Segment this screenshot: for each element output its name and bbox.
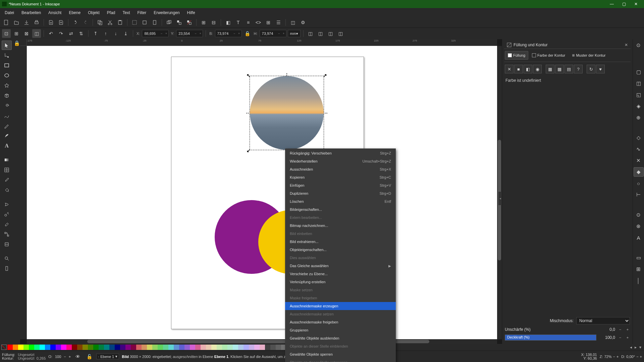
ctx-gew-hlte-objekte-sperren[interactable]: Gewählte Objekte sperren xyxy=(285,350,396,358)
lpe-tool[interactable] xyxy=(2,240,12,249)
spiral-tool[interactable] xyxy=(2,101,12,110)
menu-hilfe[interactable]: Hilfe xyxy=(184,9,199,16)
import-icon[interactable] xyxy=(47,18,55,27)
pencil-tool[interactable] xyxy=(2,121,12,130)
layers-icon[interactable]: ≡ xyxy=(244,18,253,27)
selectors-icon[interactable]: ☰ xyxy=(274,18,283,27)
undo-icon[interactable] xyxy=(71,18,80,27)
paintbucket-tool[interactable] xyxy=(2,185,12,195)
scale-stroke-icon[interactable]: ◫ xyxy=(306,29,315,38)
xml-icon[interactable]: <> xyxy=(254,18,263,27)
copy-icon[interactable] xyxy=(96,18,104,27)
snap-toggle-icon[interactable]: ⊙ xyxy=(634,41,644,50)
snap-intersect-icon[interactable]: ✕ xyxy=(634,156,644,165)
canvas-viewport[interactable]: ↖ ↕ ↗ ↔ ↔ ↙ ↕ ↘ xyxy=(27,46,497,339)
select-all-icon[interactable]: ⊞ xyxy=(12,29,21,38)
calligraphy-tool[interactable] xyxy=(2,131,12,140)
fill-heart-button[interactable]: ♥ xyxy=(596,65,605,73)
palette-swatch[interactable] xyxy=(34,345,40,350)
visibility-icon[interactable]: 👁 xyxy=(73,352,82,361)
ctx-ausschneidemaske-freigeben[interactable]: Ausschneidemaske freigeben xyxy=(285,318,396,326)
ungroup-icon[interactable]: ⊟ xyxy=(209,18,218,27)
new-icon[interactable] xyxy=(2,18,11,27)
palette-swatch[interactable] xyxy=(206,345,211,350)
ctx-gruppieren[interactable]: Gruppieren xyxy=(285,326,396,334)
deselect-icon[interactable]: ⊠ xyxy=(22,29,31,38)
docprops-icon[interactable]: ◫ xyxy=(288,18,297,27)
palette-swatch[interactable] xyxy=(66,345,72,350)
palette-swatch[interactable] xyxy=(142,345,147,350)
snap-line-mid-icon[interactable]: ⊢ xyxy=(634,190,644,199)
canvas-area[interactable]: -175-125-75-2502575125175225275325 ↖ ↕ ↗… xyxy=(20,39,502,344)
blend-mode-select[interactable]: Normal xyxy=(576,317,630,324)
ctx-verschiebe-zu-ebene-[interactable]: Verschiebe zu Ebene... xyxy=(285,270,396,278)
palette-menu-icon[interactable]: ▾ xyxy=(638,345,643,350)
fill-none-button[interactable]: ✕ xyxy=(505,65,514,73)
zoom-selection-icon[interactable] xyxy=(130,18,139,27)
h-field[interactable]: 73,974−+ xyxy=(260,30,286,37)
palette-swatch[interactable] xyxy=(190,345,195,350)
cut-icon[interactable] xyxy=(106,18,114,27)
palette-swatch[interactable] xyxy=(77,345,83,350)
eraser-tool[interactable] xyxy=(2,220,12,229)
palette-swatch[interactable] xyxy=(260,345,265,350)
ctx-duplizieren[interactable]: DuplizierenStrg+D xyxy=(285,189,396,197)
ruler-vertical[interactable] xyxy=(20,46,27,339)
zoom-tool[interactable] xyxy=(2,254,12,263)
palette-swatch[interactable] xyxy=(249,345,254,350)
ctx-einf-gen[interactable]: EinfügenStrg+V xyxy=(285,181,396,189)
ctx-objekteigenschaften-[interactable]: Objekteigenschaften... xyxy=(285,246,396,254)
palette-none-swatch[interactable] xyxy=(1,345,7,350)
fill-radial-button[interactable]: ◉ xyxy=(533,65,542,73)
palette-swatch[interactable] xyxy=(125,345,131,350)
rotate-ccw-icon[interactable]: ↶ xyxy=(47,29,55,38)
snap-guide-icon[interactable]: │ xyxy=(634,276,644,285)
blur-value[interactable]: 0,0 xyxy=(599,327,615,332)
mesh-tool[interactable] xyxy=(2,165,12,175)
palette-swatch[interactable] xyxy=(168,345,174,350)
opacity-status-dec[interactable]: − xyxy=(64,355,66,359)
move-gradients-icon[interactable]: ◫ xyxy=(326,29,335,38)
flip-v-icon[interactable]: ⇅ xyxy=(77,29,86,38)
palette-swatch[interactable] xyxy=(265,345,270,350)
export-icon[interactable] xyxy=(57,18,65,27)
y-field[interactable]: 23,554−+ xyxy=(176,30,203,37)
connector-tool[interactable] xyxy=(2,230,12,239)
snap-bbox-icon[interactable]: ▢ xyxy=(634,67,644,77)
palette-swatch[interactable] xyxy=(23,345,29,350)
palette-swatch[interactable] xyxy=(217,345,222,350)
horizontal-scrollbar[interactable] xyxy=(27,339,497,344)
palette-swatch[interactable] xyxy=(211,345,217,350)
menu-pfad[interactable]: Pfad xyxy=(104,9,119,16)
fill-linear-button[interactable]: ◧ xyxy=(524,65,532,73)
fill-unset-button[interactable]: ↻ xyxy=(587,65,595,73)
palette-swatch[interactable] xyxy=(174,345,179,350)
text-icon[interactable]: T xyxy=(234,18,243,27)
opacity-value[interactable]: 100,0 xyxy=(599,335,615,340)
palette-swatch[interactable] xyxy=(29,345,34,350)
move-patterns-icon[interactable]: ◫ xyxy=(336,29,345,38)
layer-selector[interactable]: · Ebene 1 ▾ xyxy=(96,354,119,359)
palette-swatch[interactable] xyxy=(195,345,201,350)
ruler-horizontal[interactable]: -175-125-75-2502575125175225275325 xyxy=(27,39,497,46)
menu-filter[interactable]: Filter xyxy=(134,9,150,16)
palette-scroll-left[interactable]: ◂ xyxy=(629,345,633,350)
palette-swatch[interactable] xyxy=(104,345,109,350)
snap-smooth-icon[interactable]: ○ xyxy=(634,179,644,188)
palette-swatch[interactable] xyxy=(184,345,190,350)
ctx-das-gleiche-ausw-hlen[interactable]: Das Gleiche auswählen▶ xyxy=(285,262,396,270)
palette-scroll-right[interactable]: ▸ xyxy=(633,345,638,350)
palette-swatch[interactable] xyxy=(131,345,136,350)
raise-top-icon[interactable]: ⤒ xyxy=(91,29,100,38)
palette-swatch[interactable] xyxy=(152,345,158,350)
menu-bearbeiten[interactable]: Bearbeiten xyxy=(18,9,44,16)
bezier-tool[interactable] xyxy=(2,111,12,120)
zoom-in[interactable]: + xyxy=(616,355,619,359)
ctx-ausschneidemaske-erzeugen[interactable]: Ausschneidemaske erzeugen xyxy=(285,302,396,310)
paste-icon[interactable] xyxy=(116,18,124,27)
palette-swatch[interactable] xyxy=(158,345,163,350)
palette-swatch[interactable] xyxy=(115,345,120,350)
ctx-bild-extrahieren-[interactable]: Bild extrahieren... xyxy=(285,238,396,246)
ctx-gew-hlte-objekte-ausblenden[interactable]: Gewählte Objekte ausblenden xyxy=(285,334,396,342)
dropper-tool[interactable] xyxy=(2,175,12,185)
